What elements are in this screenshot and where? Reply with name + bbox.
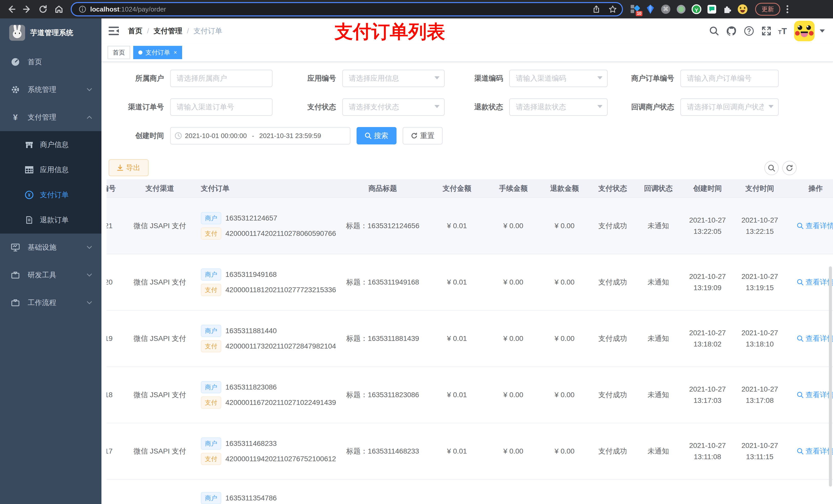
export-button[interactable]: 导出 bbox=[109, 159, 148, 176]
share-icon[interactable] bbox=[592, 5, 600, 13]
sidebar-item-system[interactable]: 系统管理 bbox=[0, 76, 101, 103]
cell-title: 标题：1635312124656 bbox=[339, 198, 426, 254]
page-scrollbar[interactable] bbox=[829, 266, 832, 486]
sidebar-item-label: 支付订单 bbox=[40, 190, 69, 200]
puzzle-extensions-icon[interactable] bbox=[722, 4, 732, 14]
table-toolbar: 导出 bbox=[106, 159, 826, 177]
cell-pay-time: 2021-10-2713:11:15 bbox=[734, 423, 786, 479]
sidebar-item-merchant-info[interactable]: 商户信息 bbox=[0, 132, 101, 157]
cell-id: 19 bbox=[106, 310, 124, 367]
tab-pay-order[interactable]: 支付订单 × bbox=[133, 46, 182, 59]
breadcrumb-home[interactable]: 首页 bbox=[128, 26, 142, 36]
show-search-toggle-button[interactable] bbox=[764, 161, 779, 175]
cell-create-time: 2021-10-2713:22:05 bbox=[681, 198, 734, 254]
app-window: 芋道管理系统 首页 系统管理 ¥ bbox=[0, 19, 833, 504]
cell-status: 支付成功 bbox=[590, 254, 635, 310]
channel-pay-no: 4200001174202110278060590766 bbox=[225, 230, 336, 238]
search-button[interactable]: 搜索 bbox=[357, 127, 397, 144]
chrome-menu-icon[interactable] bbox=[786, 5, 788, 13]
app-logo[interactable]: 芋道管理系统 bbox=[0, 19, 101, 47]
back-icon[interactable] bbox=[7, 5, 16, 14]
url-path: :1024/pay/order bbox=[119, 5, 166, 13]
channel-code-select[interactable] bbox=[509, 70, 608, 87]
channel-order-no-input[interactable] bbox=[170, 98, 272, 116]
forward-icon[interactable] bbox=[23, 5, 32, 14]
screen: localhost:1024/pay/order 10 ⌘ Y bbox=[0, 0, 833, 504]
user-menu-caret-icon[interactable] bbox=[820, 29, 825, 32]
cell-channel bbox=[124, 479, 196, 504]
table-row: 21 微信 JSAPI 支付 商户1635312124657 支付4200001… bbox=[106, 198, 833, 254]
pay-tag: 支付 bbox=[201, 397, 221, 409]
view-detail-link[interactable]: 查看详情 bbox=[797, 278, 833, 287]
cell-channel: 微信 JSAPI 支付 bbox=[124, 423, 196, 479]
url-bar[interactable]: localhost:1024/pay/order bbox=[71, 2, 623, 16]
gem-extension-icon[interactable] bbox=[645, 4, 655, 14]
dot-extension-icon[interactable] bbox=[676, 4, 686, 14]
refresh-table-button[interactable] bbox=[782, 161, 796, 175]
sidebar-item-label: 首页 bbox=[28, 57, 42, 67]
chevron-down-icon bbox=[87, 88, 92, 91]
filter-merchant: 所属商户 bbox=[106, 70, 277, 87]
cell-actions: 查看详情 bbox=[786, 423, 833, 479]
pay-status-select[interactable] bbox=[342, 98, 445, 116]
sidebar-item-app-info[interactable]: 应用信息 bbox=[0, 157, 101, 182]
user-avatar[interactable] bbox=[794, 21, 814, 41]
search-icon[interactable] bbox=[709, 25, 720, 37]
sidebar-item-dev-tools[interactable]: 研发工具 bbox=[0, 261, 101, 289]
font-size-icon[interactable]: TT bbox=[778, 26, 787, 36]
view-detail-link[interactable]: 查看详情 bbox=[797, 334, 833, 343]
home-icon[interactable] bbox=[54, 5, 64, 14]
table-row: 19 微信 JSAPI 支付 商户1635311881440 支付4200001… bbox=[106, 310, 833, 367]
date-range-picker[interactable]: 2021-10-01 00:00:00 - 2021-10-31 23:59:5… bbox=[170, 127, 351, 144]
col-actions: 操作 bbox=[786, 179, 833, 198]
briefcase-icon bbox=[10, 270, 21, 280]
merchant-order-no-input[interactable] bbox=[680, 70, 779, 87]
cell-refund: ¥ 0.00 bbox=[539, 367, 590, 423]
notify-status-select[interactable] bbox=[680, 98, 779, 116]
refund-status-select[interactable] bbox=[509, 98, 608, 116]
cell-pay-time: 2021-10-2713:18:10 bbox=[734, 310, 786, 367]
reload-icon[interactable] bbox=[39, 5, 48, 14]
cell-channel: 微信 JSAPI 支付 bbox=[124, 198, 196, 254]
chat-extension-icon[interactable] bbox=[707, 4, 717, 14]
sidebar-item-refund-order[interactable]: 退款订单 bbox=[0, 208, 101, 233]
tampermonkey-extension-icon[interactable]: 10 bbox=[630, 4, 640, 14]
cell-create-time: 2021-10-2713:11:08 bbox=[681, 423, 734, 479]
close-tab-icon[interactable]: × bbox=[174, 50, 177, 55]
sidebar-item-home[interactable]: 首页 bbox=[0, 48, 101, 76]
command-extension-icon[interactable]: ⌘ bbox=[661, 4, 671, 14]
help-icon[interactable] bbox=[743, 25, 755, 37]
chrome-update-button[interactable]: 更新 bbox=[755, 3, 780, 16]
bookmark-star-icon[interactable] bbox=[609, 5, 617, 13]
breadcrumb-pay-manage[interactable]: 支付管理 bbox=[154, 26, 182, 36]
merchant-order-no: 1635311354786 bbox=[225, 494, 277, 502]
cell-status: 支付成功 bbox=[590, 198, 635, 254]
sidebar-item-pay-order[interactable]: ¥ 支付订单 bbox=[0, 182, 101, 208]
cell-id bbox=[106, 479, 124, 504]
view-detail-link[interactable]: 查看详情 bbox=[797, 221, 833, 231]
github-icon[interactable] bbox=[726, 25, 737, 37]
pay-tag: 支付 bbox=[201, 227, 221, 240]
sidebar-item-infra[interactable]: 基础设施 bbox=[0, 234, 101, 261]
app-select[interactable] bbox=[342, 70, 445, 87]
tab-home[interactable]: 首页 bbox=[108, 46, 130, 59]
fullscreen-icon[interactable] bbox=[761, 25, 772, 37]
sidebar-item-workflow[interactable]: 工作流程 bbox=[0, 289, 101, 316]
extensions-strip: 10 ⌘ Y bbox=[630, 4, 753, 14]
sidebar-item-payment[interactable]: ¥ 支付管理 bbox=[0, 103, 101, 131]
sidebar-toggle-icon[interactable] bbox=[109, 27, 119, 35]
cell-fee: ¥ 0.00 bbox=[488, 198, 539, 254]
merchant-input[interactable] bbox=[170, 70, 272, 87]
site-info-icon[interactable] bbox=[79, 6, 86, 13]
view-detail-link[interactable]: 查看详情 bbox=[797, 390, 833, 400]
y-extension-icon[interactable]: Y bbox=[692, 4, 701, 14]
cell-actions: 查看详情 bbox=[786, 310, 833, 367]
sidebar-item-label: 退款订单 bbox=[40, 215, 69, 225]
clock-icon bbox=[175, 132, 182, 139]
reset-button[interactable]: 重置 bbox=[403, 127, 443, 144]
cell-amount: ¥ 0.01 bbox=[426, 254, 488, 310]
table-row: 17 微信 JSAPI 支付 商户1635311468233 支付4200001… bbox=[106, 423, 833, 479]
merchant-order-no: 1635311468233 bbox=[225, 439, 277, 448]
emoji-profile-icon[interactable] bbox=[738, 4, 747, 14]
view-detail-link[interactable]: 查看详情 bbox=[797, 447, 833, 456]
